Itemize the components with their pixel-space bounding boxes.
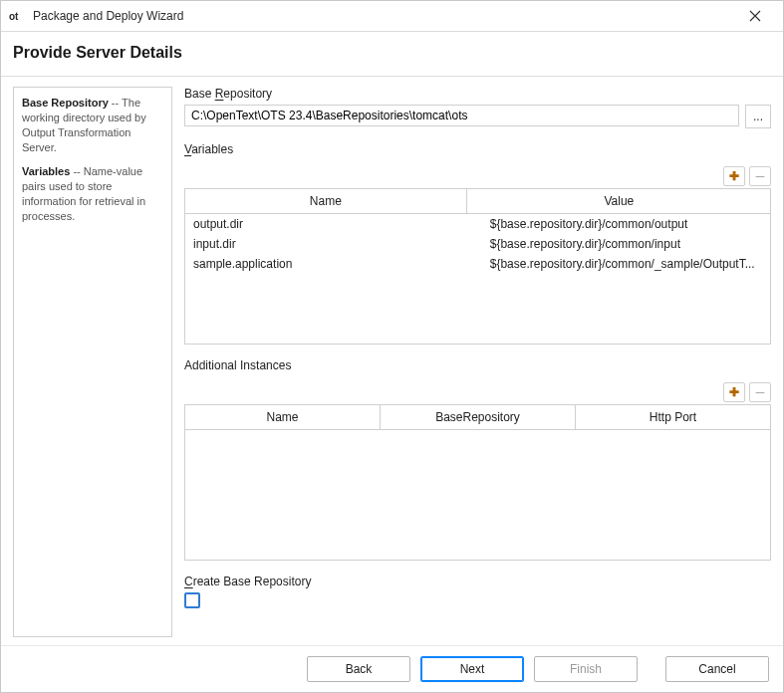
- create-base-row: Create Base Repository: [184, 575, 771, 608]
- remove-instance-button[interactable]: ─: [749, 382, 771, 402]
- instances-section: Additional Instances ✚ ─ Name BaseReposi…: [184, 358, 771, 561]
- window-title: Package and Deploy Wizard: [33, 9, 183, 23]
- help-item: Base Repository -- The working directory…: [22, 96, 163, 154]
- instances-table[interactable]: Name BaseRepository Http Port: [184, 404, 771, 561]
- cell-name: input.dir: [185, 237, 482, 251]
- title-bar: ot Package and Deploy Wizard: [1, 1, 783, 32]
- plus-icon: ✚: [729, 170, 739, 182]
- close-icon: [749, 10, 761, 22]
- cell-value: ${base.repository.dir}/common/input: [482, 237, 784, 251]
- cell-name: output.dir: [185, 217, 482, 231]
- column-header-baserepo[interactable]: BaseRepository: [381, 405, 576, 429]
- create-base-checkbox[interactable]: [184, 592, 200, 608]
- banner: Provide Server Details: [1, 32, 783, 77]
- variables-label: Variables: [184, 142, 771, 156]
- next-button[interactable]: Next: [420, 656, 524, 682]
- variables-table[interactable]: Name Value output.dir ${base.repository.…: [184, 188, 771, 345]
- column-header-name[interactable]: Name: [185, 405, 381, 429]
- wizard-window: ot Package and Deploy Wizard Provide Ser…: [0, 0, 784, 693]
- instances-toolbar: ✚ ─: [184, 382, 771, 402]
- minus-icon: ─: [756, 386, 765, 398]
- plus-icon: ✚: [729, 386, 739, 398]
- cell-value: ${base.repository.dir}/common/_sample/Ou…: [482, 257, 784, 271]
- page-title: Provide Server Details: [13, 44, 771, 62]
- help-item: Variables -- Name-value pairs used to st…: [22, 164, 163, 223]
- variables-body: output.dir ${base.repository.dir}/common…: [185, 214, 770, 344]
- column-header-name[interactable]: Name: [185, 189, 467, 213]
- cell-name: sample.application: [185, 257, 482, 271]
- variables-section: Variables ✚ ─ Name Value output.dir ${ba…: [184, 142, 771, 345]
- instances-header: Name BaseRepository Http Port: [185, 405, 770, 430]
- add-variable-button[interactable]: ✚: [723, 166, 745, 186]
- close-button[interactable]: [735, 1, 775, 31]
- variables-header: Name Value: [185, 189, 770, 214]
- variables-toolbar: ✚ ─: [184, 166, 771, 186]
- add-instance-button[interactable]: ✚: [723, 382, 745, 402]
- table-row[interactable]: sample.application ${base.repository.dir…: [185, 254, 770, 274]
- main-panel: Base Repository ... Variables ✚ ─ Name: [184, 87, 771, 637]
- table-row[interactable]: input.dir ${base.repository.dir}/common/…: [185, 234, 770, 254]
- help-panel: Base Repository -- The working directory…: [13, 87, 172, 637]
- body: Base Repository -- The working directory…: [1, 77, 783, 645]
- base-repo-input[interactable]: [184, 105, 739, 126]
- cell-value: ${base.repository.dir}/common/output: [482, 217, 784, 231]
- column-header-httpport[interactable]: Http Port: [576, 405, 770, 429]
- cancel-button[interactable]: Cancel: [665, 656, 769, 682]
- finish-button: Finish: [534, 656, 638, 682]
- table-row[interactable]: output.dir ${base.repository.dir}/common…: [185, 214, 770, 234]
- remove-variable-button[interactable]: ─: [749, 166, 771, 186]
- minus-icon: ─: [756, 170, 765, 182]
- footer: Back Next Finish Cancel: [1, 645, 783, 692]
- app-icon: ot: [9, 8, 25, 24]
- instances-label: Additional Instances: [184, 358, 771, 372]
- svg-text:ot: ot: [9, 11, 19, 22]
- base-repo-label: Base Repository: [184, 87, 771, 101]
- browse-button[interactable]: ...: [745, 105, 771, 128]
- back-button[interactable]: Back: [307, 656, 410, 682]
- instances-body: [185, 430, 770, 560]
- column-header-value[interactable]: Value: [467, 189, 771, 213]
- create-base-label: Create Base Repository: [184, 575, 771, 588]
